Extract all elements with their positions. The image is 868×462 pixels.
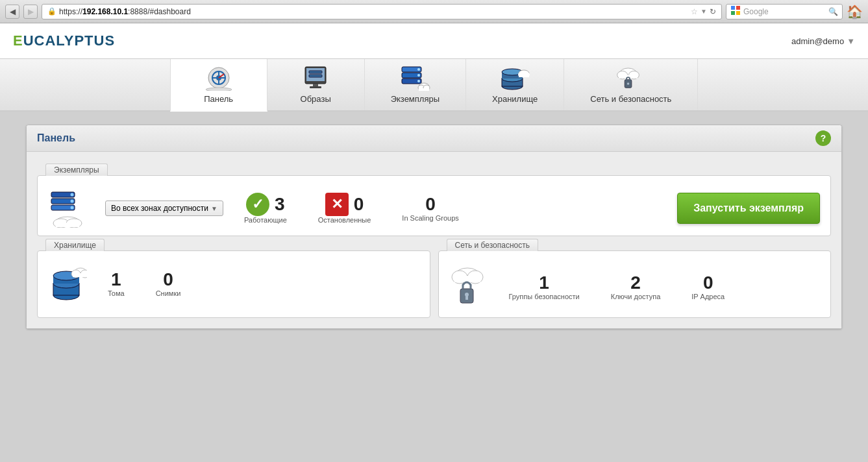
panel-header: Панель ? (27, 125, 841, 152)
security-groups-label: Группы безопасности (509, 293, 580, 300)
svg-point-48 (71, 193, 74, 197)
nav-item-panel[interactable]: Панель (170, 59, 267, 112)
nav-label-instances: Экземпляры (391, 94, 440, 104)
ip-stat: 0 IP Адреса (681, 273, 735, 301)
star-icon[interactable]: ☆ (691, 7, 698, 16)
search-bar[interactable]: Google 🔍 (726, 4, 843, 19)
volumes-count: 1 (111, 270, 121, 290)
refresh-icon[interactable]: ↻ (710, 7, 716, 16)
running-check-icon: ✓ (246, 193, 269, 216)
zone-dropdown-arrow: ▼ (211, 205, 217, 212)
home-icon[interactable]: 🏠 (847, 4, 863, 19)
username: admin@demo (791, 36, 844, 46)
security-groups-stat: 1 Группы безопасности (499, 273, 590, 301)
svg-rect-43 (626, 77, 630, 80)
svg-rect-3 (736, 11, 740, 15)
volumes-stat: 1 Тома (97, 270, 135, 298)
back-button[interactable]: ◀ (5, 5, 19, 19)
ip-count: 0 (703, 273, 713, 293)
nav-item-storage[interactable]: Хранилище (466, 59, 564, 110)
svg-point-44 (627, 82, 630, 85)
nav-label-storage: Хранилище (492, 94, 538, 104)
nav-bar: Панель Образы (0, 59, 868, 112)
instances-nav-icon (399, 66, 430, 91)
volumes-label: Тома (108, 289, 125, 297)
svg-rect-0 (731, 6, 735, 10)
svg-point-24 (417, 80, 420, 82)
svg-rect-41 (619, 75, 637, 79)
storage-section-label: Хранилище (45, 239, 105, 251)
svg-rect-28 (419, 88, 429, 91)
panel-body: Экземпляры (27, 152, 841, 328)
browser-chrome: ◀ ▶ 🔒 https://192.168.10.1:8888/#dashboa… (0, 0, 868, 23)
storage-section-content: 1 Тома 0 Снимки (48, 264, 419, 303)
svg-point-50 (71, 206, 74, 210)
nav-label-panel: Панель (204, 94, 233, 104)
scaling-count: 0 (425, 195, 436, 215)
logo: EUCALYPTUS (13, 32, 115, 49)
url-bar[interactable]: 🔒 https://192.168.10.1:8888/#dashboard ☆… (42, 4, 722, 19)
network-nav-icon (615, 66, 647, 91)
nav-label-network: Сеть и безопасность (590, 94, 671, 104)
instances-section-label: Экземпляры (45, 164, 108, 176)
zone-dropdown-text: Во всех зонах доступности (111, 204, 208, 213)
forward-button[interactable]: ▶ (23, 5, 38, 19)
instances-section-content: Во всех зонах доступности ▼ ✓ 3 Работающ… (48, 189, 820, 228)
stopped-x-icon: ✕ (325, 193, 349, 216)
url-port: :8888/#dashboard (128, 7, 191, 16)
svg-rect-15 (309, 71, 322, 73)
svg-rect-70 (465, 296, 468, 300)
panel-container: Панель ? Экземпляры (26, 125, 842, 329)
svg-rect-18 (310, 86, 321, 88)
running-label: Работающие (244, 216, 287, 224)
svg-point-49 (71, 200, 74, 203)
security-groups-count: 1 (539, 273, 549, 293)
search-input[interactable]: Google (743, 7, 769, 16)
stopped-stat-row: ✕ 0 (325, 193, 364, 216)
nav-label-images: Образы (301, 94, 331, 104)
storage-icon (48, 264, 87, 303)
svg-rect-2 (731, 11, 735, 15)
running-stat: ✓ 3 Работающие (234, 193, 297, 224)
stopped-stat: ✕ 0 Остановленные (308, 193, 382, 224)
dropdown-icon[interactable]: ▼ (701, 8, 707, 15)
instances-section-card: Экземпляры (37, 175, 831, 236)
bottom-row: Хранилище (37, 244, 831, 318)
svg-rect-63 (73, 273, 87, 277)
keypairs-stat: 2 Ключи доступа (601, 273, 671, 301)
app-header: EUCALYPTUS admin@demo ▼ (0, 23, 868, 59)
logo-e: E (13, 32, 23, 49)
help-icon[interactable]: ? (815, 130, 831, 146)
nav-item-images[interactable]: Образы (267, 59, 365, 110)
panel-nav-icon (203, 66, 234, 91)
network-icon (449, 264, 488, 310)
svg-rect-37 (519, 75, 529, 77)
snapshots-stat: 0 Снимки (145, 270, 192, 298)
snapshots-label: Снимки (156, 289, 181, 297)
panel-title: Панель (37, 132, 75, 144)
url-bold: 192.168.10.1 (82, 7, 128, 16)
svg-point-23 (417, 74, 420, 77)
nav-item-instances[interactable]: Экземпляры (365, 59, 466, 110)
nav-item-network[interactable]: Сеть и безопасность (564, 59, 698, 110)
scaling-label: In Scaling Groups (402, 214, 458, 222)
storage-nav-icon (499, 66, 530, 91)
svg-point-12 (206, 88, 232, 91)
google-icon (730, 5, 741, 18)
user-menu[interactable]: admin@demo ▼ (791, 36, 855, 46)
url-plain: https:// (59, 7, 82, 16)
stopped-label: Остановленные (318, 216, 371, 224)
lock-icon: 🔒 (47, 7, 56, 16)
url-text: https://192.168.10.1:8888/#dashboard (59, 7, 191, 16)
zone-dropdown[interactable]: Во всех зонах доступности ▼ (105, 201, 223, 216)
launch-instance-button[interactable]: Запустить экземпляр (677, 193, 820, 224)
running-stat-row: ✓ 3 (246, 193, 285, 216)
network-section-label: Сеть и безопасность (447, 239, 538, 251)
svg-rect-16 (309, 75, 322, 77)
storage-section-card: Хранилище (37, 250, 430, 318)
scaling-stat: 0 In Scaling Groups (391, 195, 469, 223)
svg-rect-1 (736, 6, 740, 10)
svg-rect-17 (313, 84, 318, 86)
network-section-card: Сеть и безопасность (438, 250, 832, 318)
svg-rect-67 (454, 276, 480, 282)
